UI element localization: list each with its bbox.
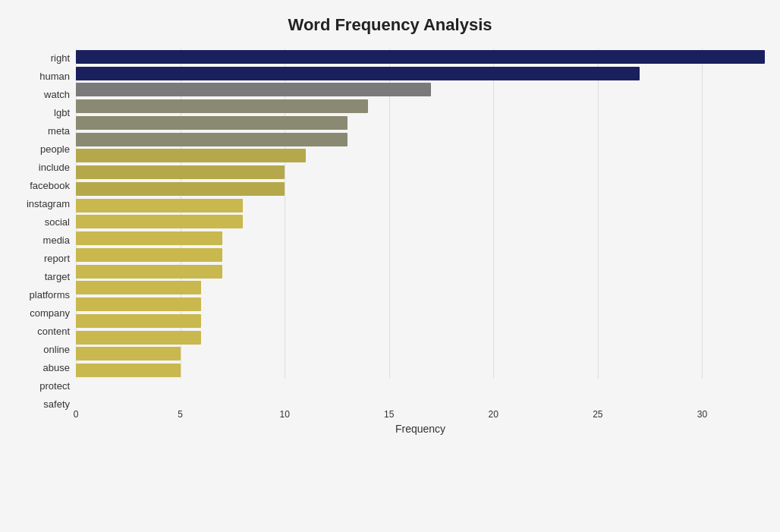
y-label-report: report	[44, 253, 70, 263]
bar-content	[76, 297, 201, 311]
bar-watch	[76, 83, 431, 96]
x-tick-20: 20	[489, 409, 499, 420]
y-label-safety: safety	[43, 399, 70, 409]
bar-row-meta	[76, 115, 765, 131]
chart-title: Word Frequency Analysis	[15, 15, 765, 35]
bar-facebook	[76, 165, 285, 179]
x-tick-10: 10	[279, 409, 289, 420]
x-axis-title: Frequency	[76, 423, 765, 435]
y-label-lgbt: lgbt	[54, 108, 70, 118]
bar-people	[76, 133, 348, 146]
plot-area: 051015202530 Frequency	[76, 47, 765, 435]
bar-row-media	[76, 214, 765, 231]
bar-row-company	[76, 280, 765, 297]
y-label-people: people	[40, 144, 70, 154]
bar-company	[76, 281, 201, 294]
bar-row-people	[76, 131, 765, 148]
bar-row-right	[76, 49, 765, 65]
bar-protect	[76, 347, 181, 360]
y-label-instagram: instagram	[27, 199, 70, 209]
bar-row-report	[76, 230, 765, 247]
y-label-human: human	[39, 71, 70, 81]
bar-safety	[76, 364, 181, 377]
bar-meta	[76, 116, 348, 130]
bar-instagram	[76, 182, 285, 196]
bar-human	[76, 67, 640, 80]
bar-report	[76, 231, 222, 245]
bar-row-watch	[76, 82, 765, 99]
x-tick-25: 25	[593, 409, 602, 420]
bar-row-instagram	[76, 181, 765, 197]
bar-platforms	[76, 265, 222, 279]
y-label-social: social	[45, 217, 70, 227]
y-label-platforms: platforms	[30, 290, 70, 300]
bar-row-facebook	[76, 164, 765, 181]
y-label-online: online	[43, 345, 70, 354]
y-label-target: target	[45, 272, 70, 282]
y-label-right: right	[51, 53, 70, 63]
y-label-abuse: abuse	[43, 363, 70, 373]
y-label-media: media	[43, 235, 70, 245]
bar-row-content	[76, 296, 765, 313]
bar-row-safety	[76, 362, 765, 379]
bars-wrapper	[76, 47, 765, 400]
bar-lgbt	[76, 99, 368, 113]
y-label-include: include	[39, 162, 70, 172]
y-label-content: content	[37, 326, 70, 336]
bar-social	[76, 199, 243, 212]
bar-row-abuse	[76, 329, 765, 346]
y-label-watch: watch	[44, 90, 70, 99]
bar-row-online	[76, 313, 765, 329]
bar-target	[76, 248, 222, 262]
bar-row-social	[76, 197, 765, 214]
y-label-company: company	[30, 308, 70, 318]
bar-right	[76, 50, 765, 64]
bar-row-lgbt	[76, 98, 765, 115]
x-tick-0: 0	[74, 409, 79, 420]
bar-row-include	[76, 148, 765, 165]
chart-container: Word Frequency Analysis righthumanwatchl…	[0, 0, 780, 532]
y-label-facebook: facebook	[30, 181, 70, 190]
x-tick-5: 5	[178, 409, 183, 420]
bar-row-human	[76, 65, 765, 82]
x-tick-30: 30	[697, 409, 707, 420]
bar-abuse	[76, 331, 201, 345]
y-label-meta: meta	[48, 126, 70, 136]
x-axis: 051015202530	[76, 400, 765, 421]
bar-row-protect	[76, 346, 765, 363]
y-label-protect: protect	[39, 381, 70, 391]
x-tick-15: 15	[384, 409, 394, 420]
bar-include	[76, 149, 306, 162]
bar-media	[76, 215, 243, 228]
chart-area: righthumanwatchlgbtmetapeopleincludeface…	[15, 47, 765, 435]
bar-row-platforms	[76, 263, 765, 280]
bar-online	[76, 314, 201, 328]
y-labels: righthumanwatchlgbtmetapeopleincludeface…	[15, 47, 76, 435]
bar-row-target	[76, 247, 765, 263]
